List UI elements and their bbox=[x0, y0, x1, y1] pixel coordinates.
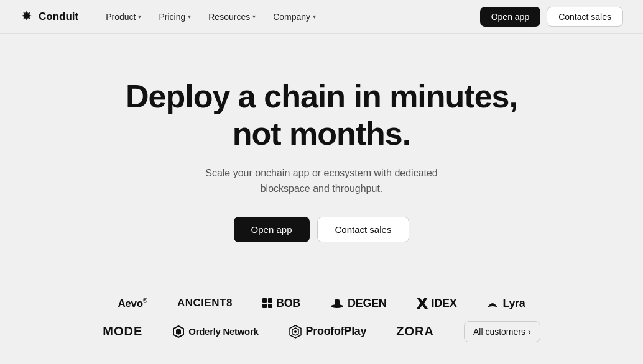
ancient8-logo: ANCIENT8 bbox=[177, 297, 233, 309]
chevron-down-icon: ▾ bbox=[188, 13, 191, 20]
svg-rect-1 bbox=[335, 299, 340, 306]
chevron-down-icon: ▾ bbox=[252, 13, 256, 20]
nav-item-product[interactable]: Product ▾ bbox=[98, 8, 149, 25]
aevo-logo: Aevo® bbox=[118, 297, 147, 310]
hero-open-app-button[interactable]: Open app bbox=[234, 217, 310, 242]
svg-marker-4 bbox=[176, 329, 181, 335]
logos-row-2: MODE Orderly Network ProofofPlay ZORA Al… bbox=[103, 321, 540, 342]
degen-hat-icon bbox=[330, 298, 344, 308]
idex-x-icon bbox=[417, 298, 428, 309]
nav-item-pricing[interactable]: Pricing ▾ bbox=[151, 8, 198, 25]
all-customers-button[interactable]: All customers › bbox=[464, 321, 540, 342]
chevron-down-icon: ▾ bbox=[138, 13, 141, 20]
idex-logo: IDEX bbox=[417, 297, 457, 310]
degen-logo: DEGEN bbox=[330, 297, 387, 310]
bob-grid-icon bbox=[262, 298, 272, 308]
lyra-leaf-icon bbox=[486, 298, 499, 309]
hero-section: Deploy a chain in minutes, not months. S… bbox=[0, 34, 643, 272]
proofofplay-logo: ProofofPlay bbox=[289, 325, 367, 339]
navbar: Conduit Product ▾ Pricing ▾ Resources ▾ … bbox=[0, 0, 643, 34]
orderly-network-logo: Orderly Network bbox=[172, 325, 258, 338]
chevron-right-icon: › bbox=[528, 327, 531, 337]
hero-buttons: Open app Contact sales bbox=[234, 217, 410, 242]
logo[interactable]: Conduit bbox=[20, 10, 78, 24]
chevron-down-icon: ▾ bbox=[313, 13, 316, 20]
hero-title: Deploy a chain in minutes, not months. bbox=[126, 78, 517, 153]
bob-logo: BOB bbox=[262, 297, 300, 310]
open-app-button[interactable]: Open app bbox=[480, 7, 541, 27]
orderly-hex-icon bbox=[172, 325, 185, 338]
svg-marker-2 bbox=[417, 298, 428, 309]
svg-point-7 bbox=[294, 330, 297, 333]
conduit-logo-icon bbox=[20, 10, 34, 24]
nav-item-resources[interactable]: Resources ▾ bbox=[201, 8, 263, 25]
hero-subtitle: Scale your onchain app or ecosystem with… bbox=[191, 165, 452, 197]
contact-sales-button[interactable]: Contact sales bbox=[547, 7, 623, 27]
nav-links: Product ▾ Pricing ▾ Resources ▾ Company … bbox=[98, 8, 323, 25]
lyra-logo: Lyra bbox=[486, 297, 525, 310]
logos-section: Aevo® ANCIENT8 BOB DEGEN bbox=[0, 272, 643, 364]
zora-logo: ZORA bbox=[396, 324, 434, 339]
logo-text: Conduit bbox=[39, 11, 78, 23]
nav-item-company[interactable]: Company ▾ bbox=[266, 8, 323, 25]
proofofplay-hex-icon bbox=[289, 325, 302, 339]
mode-logo: MODE bbox=[103, 324, 142, 339]
navbar-right: Open app Contact sales bbox=[480, 7, 623, 27]
logos-row-1: Aevo® ANCIENT8 BOB DEGEN bbox=[118, 297, 525, 310]
hero-contact-sales-button[interactable]: Contact sales bbox=[317, 217, 410, 242]
navbar-left: Conduit Product ▾ Pricing ▾ Resources ▾ … bbox=[20, 8, 323, 25]
